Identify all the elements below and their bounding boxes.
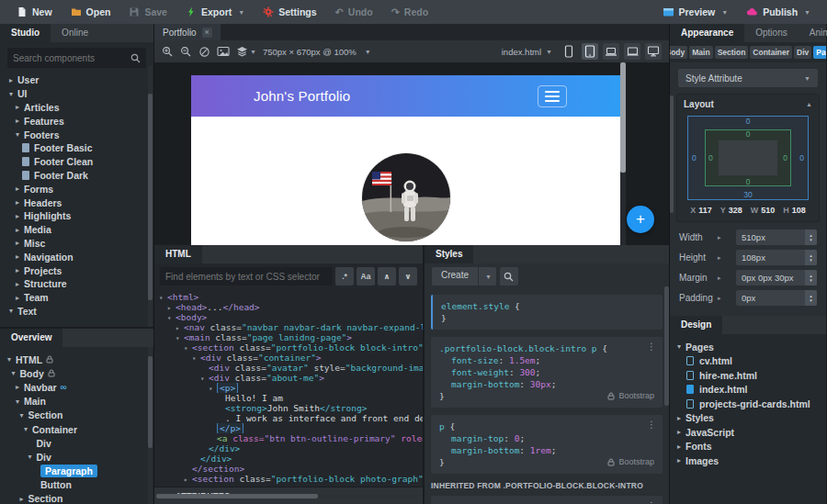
inspector-scrollbar[interactable] [670, 95, 674, 213]
expand-arrow-icon[interactable]: ▸ [16, 226, 24, 234]
component-item[interactable]: Footer Basic [0, 141, 153, 155]
expand-arrow-icon[interactable]: ▸ [16, 266, 24, 274]
find-elements-input[interactable] [165, 272, 327, 282]
expand-arrow-icon[interactable]: ▾ [209, 384, 217, 393]
component-item[interactable]: ▸Forms [0, 182, 153, 196]
expand-arrow-icon[interactable]: ▾ [159, 293, 167, 302]
component-item[interactable]: ▸User [0, 73, 153, 87]
page-brand-title[interactable]: John's Portfolio [254, 88, 350, 104]
code-line[interactable]: ▾<p> [154, 383, 423, 393]
viewport-laptop-button[interactable] [624, 43, 640, 60]
scrollbar-thumb[interactable] [620, 62, 626, 173]
save-button[interactable]: Save [119, 0, 176, 24]
css-rule-card[interactable]: .portfolio-block.block-intro {⋮text-alig… [431, 496, 663, 504]
rule-menu-icon[interactable]: ⋮ [647, 341, 656, 353]
component-item[interactable]: ▾UI [0, 87, 153, 101]
expand-arrow-icon[interactable]: ▸ [677, 428, 685, 436]
padding-bottom-value[interactable]: 0 [688, 177, 808, 186]
code-line[interactable]: <a class="btn btn-outline-primary" role=… [154, 433, 423, 443]
expand-arrow-icon[interactable]: ▸ [176, 323, 184, 332]
design-item-cv-html[interactable]: cv.html [670, 354, 826, 369]
margin-bottom-value[interactable]: 30 [688, 190, 808, 199]
code-line[interactable]: ▸<head>...</head> [154, 302, 423, 312]
tab-online[interactable]: Online [51, 24, 99, 42]
component-item[interactable]: ▸Headers [0, 196, 153, 209]
tab-overview[interactable]: Overview [0, 329, 62, 347]
expand-arrow-icon[interactable]: ▸ [16, 280, 24, 288]
breadcrumb-item-body[interactable]: Body [670, 46, 687, 59]
expand-arrow-icon[interactable]: ▾ [184, 343, 192, 353]
expand-arrow-icon[interactable]: ▾ [176, 333, 184, 342]
component-item[interactable]: ▸Features [0, 114, 153, 128]
new-button[interactable]: New [7, 0, 62, 24]
viewport-phone-button[interactable] [561, 43, 577, 60]
expand-arrow-icon[interactable]: ▾ [7, 355, 16, 364]
expand-arrow-icon[interactable]: ▸ [677, 442, 685, 451]
rule-menu-icon[interactable]: ⋮ [647, 499, 656, 504]
tab-styles[interactable]: Styles [425, 245, 473, 263]
component-item[interactable]: ▸Projects [0, 263, 153, 277]
style-attribute-select[interactable]: Style Attribute ▼ [678, 69, 818, 87]
component-item[interactable]: ▸Structure [0, 277, 153, 291]
margin-top-value[interactable]: 0 [688, 117, 808, 126]
breadcrumb-item-paragraph[interactable]: Paragraph [813, 46, 826, 59]
overview-item[interactable]: Button [0, 478, 153, 492]
tab-html[interactable]: HTML [154, 245, 202, 263]
component-item[interactable]: ▸Articles [0, 101, 153, 115]
create-style-button[interactable]: Create ▼ [432, 267, 496, 286]
element-search[interactable] [160, 267, 333, 286]
preview-button[interactable]: Preview ▼ [653, 6, 738, 17]
code-line[interactable]: ▸<nav class="navbar navbar-dark navbar-e… [154, 322, 423, 332]
viewport-desktop-button[interactable] [645, 43, 662, 60]
stepper-control[interactable]: ▴▾ [805, 250, 817, 265]
code-line[interactable]: </div> [154, 454, 423, 464]
overview-item[interactable]: ▸Section [0, 492, 153, 504]
code-line[interactable]: <div class="avatar" style="background-im… [154, 363, 423, 373]
style-search-button[interactable] [500, 267, 518, 286]
breadcrumb-item-section[interactable]: Section [715, 46, 749, 59]
expand-arrow-icon[interactable]: ▾ [28, 453, 37, 461]
rule-menu-icon[interactable]: ⋮ [647, 419, 656, 431]
overview-item[interactable]: ▾Div [0, 450, 153, 464]
close-icon[interactable]: × [202, 28, 212, 38]
expand-arrow-icon[interactable]: ▸ [16, 294, 24, 302]
viewport-tablet-button[interactable] [582, 43, 598, 60]
case-toggle-button[interactable]: Aa [357, 267, 375, 286]
layout-section-header[interactable]: Layout ▲ [684, 99, 812, 109]
box-model[interactable]: 0 30 0 0 0 0 0 0 [687, 116, 809, 200]
add-element-fab[interactable]: + [627, 206, 654, 233]
component-item[interactable]: ▾Text [0, 305, 153, 319]
design-item-hire-me-html[interactable]: hire-me.html [670, 368, 826, 383]
padding-left-value[interactable]: 0 [708, 153, 713, 162]
breadcrumb-item-div[interactable]: Div [794, 46, 811, 59]
overview-scrollbar[interactable] [148, 347, 153, 504]
code-line[interactable]: ▾<body> [154, 312, 423, 322]
code-line[interactable]: ▸<section class="portfolio-block photo-g… [154, 474, 423, 484]
disable-highlight-button[interactable] [198, 46, 210, 58]
expand-arrow-icon[interactable]: ▸ [16, 212, 24, 220]
expand-arrow-icon[interactable]: ▸ [9, 76, 17, 84]
code-line[interactable]: </p> [154, 423, 423, 433]
expand-arrow-icon[interactable]: ▸ [16, 103, 24, 111]
code-line[interactable]: ▾<div class="about-me"> [154, 373, 423, 383]
breadcrumb-item-main[interactable]: Main [689, 46, 712, 59]
component-item[interactable]: ▸Media [0, 223, 153, 237]
code-line[interactable]: </div> [154, 443, 423, 454]
tab-appearance[interactable]: Appearance [670, 24, 744, 42]
chevron-down-icon[interactable]: ▼ [478, 267, 496, 286]
scrollbar-thumb[interactable] [156, 494, 318, 498]
image-placeholder-button[interactable] [217, 46, 230, 57]
design-item-images[interactable]: ▸Images [670, 454, 826, 468]
css-rule-card[interactable]: p {⋮margin-top: 0;margin-bottom: 1rem;}B… [431, 415, 663, 474]
margin-right-value[interactable]: 0 [799, 153, 804, 162]
zoom-in-button[interactable] [162, 46, 174, 58]
zoom-out-button[interactable] [180, 46, 192, 58]
stepper-control[interactable]: ▴▾ [805, 270, 817, 286]
page-navbar[interactable]: John's Portfolio [191, 75, 620, 117]
expand-arrow-icon[interactable]: ▾ [20, 411, 28, 420]
css-rule-card[interactable]: .portfolio-block.block-intro p {⋮font-si… [431, 337, 663, 408]
settings-button[interactable]: Settings [254, 0, 325, 24]
field-input[interactable]: 510px▴▾ [736, 230, 817, 245]
expand-arrow-icon[interactable]: ▸ [718, 234, 721, 241]
expand-arrow-icon[interactable]: ▸ [718, 274, 721, 282]
